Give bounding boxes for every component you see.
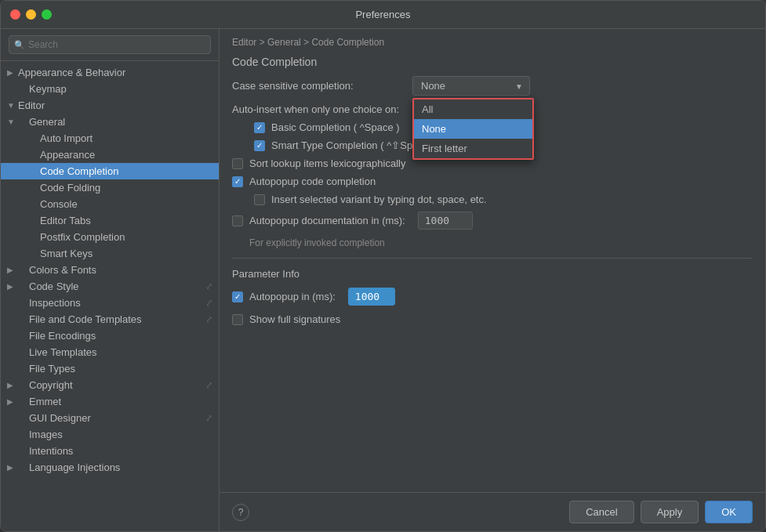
search-wrap: 🔍	[9, 35, 211, 54]
sidebar-item-label: General	[29, 116, 212, 128]
maximize-button[interactable]	[42, 9, 52, 20]
smart-type-checkbox[interactable]	[254, 140, 265, 151]
titlebar-buttons	[10, 9, 52, 20]
autopopup-doc-hint: For explicitly invoked completion	[249, 237, 753, 248]
sidebar-item-code-folding[interactable]: Code Folding	[1, 179, 219, 196]
autopopup-checkbox[interactable]	[232, 176, 243, 187]
sort-lookup-label: Sort lookup items lexicographically	[249, 157, 405, 169]
autopopup-doc-label: Autopopup documentation in (ms):	[249, 215, 405, 226]
ok-button[interactable]: OK	[705, 501, 753, 523]
apply-button[interactable]: Apply	[641, 501, 699, 523]
search-input[interactable]	[9, 35, 211, 54]
dropdown-value: None	[421, 80, 445, 92]
sidebar-item-auto-import[interactable]: Auto Import	[1, 130, 219, 147]
smart-type-label: Smart Type Completion ( ^⇧Space )	[271, 139, 435, 151]
autopopup-ms-input[interactable]	[348, 288, 395, 306]
search-icon: 🔍	[14, 40, 25, 50]
arrow-icon: ▶	[7, 282, 18, 291]
sidebar-item-label: Console	[40, 198, 212, 210]
sidebar-item-appearance[interactable]: Appearance	[1, 147, 219, 163]
sidebar-item-label: Emmet	[29, 396, 212, 407]
sidebar-item-file-code-templates[interactable]: File and Code Templates ⤤	[1, 311, 219, 328]
sidebar-item-label: GUI Designer	[29, 412, 205, 424]
sidebar-item-editor[interactable]: ▼ Editor	[1, 97, 219, 114]
sidebar-item-label: Smart Keys	[40, 248, 212, 259]
sidebar-item-code-style[interactable]: ▶ Code Style ⤤	[1, 278, 219, 295]
sidebar-item-gui-designer[interactable]: GUI Designer ⤤	[1, 410, 219, 426]
section-title: Code Completion	[220, 52, 765, 76]
sidebar-item-inspections[interactable]: Inspections ⤤	[1, 295, 219, 311]
cancel-button[interactable]: Cancel	[569, 501, 633, 523]
case-sensitive-label: Case sensitive completion:	[232, 80, 412, 92]
sidebar-item-console[interactable]: Console	[1, 196, 219, 212]
breadcrumb: Editor > General > Code Completion	[220, 29, 765, 52]
sidebar-item-label: File Types	[29, 363, 212, 375]
sidebar-item-appearance-behavior[interactable]: ▶ Appearance & Behavior	[1, 64, 219, 81]
external-icon: ⤤	[205, 413, 212, 423]
arrow-icon: ▼	[7, 101, 18, 110]
external-icon: ⤤	[205, 281, 212, 291]
arrow-icon: ▶	[7, 266, 18, 274]
sidebar-item-label: Live Templates	[29, 346, 212, 358]
sidebar-item-general[interactable]: ▼ General	[1, 114, 219, 130]
sidebar-item-label: File Encodings	[29, 330, 212, 342]
sidebar-item-label: Code Completion	[40, 165, 212, 177]
sidebar-item-intentions[interactable]: Intentions	[1, 443, 219, 459]
sidebar-item-label: Copyright	[29, 379, 205, 391]
sidebar-item-label: Inspections	[29, 297, 205, 309]
sidebar-item-language-injections[interactable]: ▶ Language Injections	[1, 459, 219, 476]
autopopup-ms-label: Autopopup in (ms):	[249, 291, 336, 302]
autopopup-label: Autopopup code completion	[249, 176, 376, 187]
sidebar-item-postfix-completion[interactable]: Postfix Completion	[1, 229, 219, 245]
section-divider	[232, 258, 753, 259]
minimize-button[interactable]	[26, 9, 36, 20]
bottom-left: ?	[232, 504, 249, 521]
sidebar-item-copyright[interactable]: ▶ Copyright ⤤	[1, 377, 219, 393]
case-sensitive-dropdown[interactable]: None ▼	[412, 76, 530, 96]
sidebar-item-emmet[interactable]: ▶ Emmet	[1, 393, 219, 410]
sidebar-item-label: Images	[29, 429, 212, 440]
show-signatures-label: Show full signatures	[249, 313, 340, 325]
autopopup-doc-input[interactable]	[418, 212, 473, 230]
insert-variant-label: Insert selected variant by typing dot, s…	[271, 194, 487, 205]
dropdown-option-all[interactable]: All	[414, 100, 532, 119]
insert-variant-row: Insert selected variant by typing dot, s…	[254, 194, 753, 205]
insert-variant-checkbox[interactable]	[254, 194, 265, 205]
autopopup-ms-row: Autopopup in (ms):	[232, 288, 753, 306]
sidebar-item-label: Postfix Completion	[40, 231, 212, 243]
arrow-icon: ▶	[7, 381, 18, 389]
dropdown-option-none[interactable]: None	[414, 119, 532, 139]
window-title: Preferences	[355, 9, 410, 20]
sidebar-item-editor-tabs[interactable]: Editor Tabs	[1, 212, 219, 229]
sidebar-item-keymap[interactable]: Keymap	[1, 81, 219, 97]
sidebar-item-file-encodings[interactable]: File Encodings	[1, 328, 219, 344]
autopopup-ms-checkbox[interactable]	[232, 291, 243, 302]
sidebar-item-label: Auto Import	[40, 132, 212, 144]
close-button[interactable]	[10, 9, 20, 20]
sidebar-item-label: Intentions	[29, 445, 212, 457]
search-box: 🔍	[1, 29, 219, 61]
sidebar-item-code-completion[interactable]: Code Completion	[1, 163, 219, 179]
sort-lookup-checkbox[interactable]	[232, 158, 243, 169]
dropdown-option-first-letter[interactable]: First letter	[414, 139, 532, 158]
main-content: Case sensitive completion: None ▼ All No…	[220, 76, 765, 492]
sidebar-tree: ▶ Appearance & Behavior Keymap ▼ Editor …	[1, 61, 219, 531]
sidebar-item-live-templates[interactable]: Live Templates	[1, 344, 219, 360]
show-signatures-checkbox[interactable]	[232, 314, 243, 325]
sidebar-item-smart-keys[interactable]: Smart Keys	[1, 245, 219, 262]
help-button[interactable]: ?	[232, 504, 249, 521]
chevron-down-icon: ▼	[515, 81, 523, 90]
autopopup-doc-checkbox[interactable]	[232, 215, 243, 226]
external-icon: ⤤	[205, 314, 212, 324]
arrow-icon: ▼	[7, 118, 18, 126]
sidebar-item-label: Editor	[18, 100, 212, 111]
basic-completion-label: Basic Completion ( ^Space )	[271, 121, 400, 133]
sidebar-item-colors-fonts[interactable]: ▶ Colors & Fonts	[1, 262, 219, 278]
arrow-icon: ▶	[7, 463, 18, 472]
arrow-icon: ▶	[7, 397, 18, 406]
sidebar-item-label: Appearance & Behavior	[18, 67, 212, 78]
preferences-window: Preferences 🔍 ▶ Appearance & Behavior	[0, 0, 766, 532]
basic-completion-checkbox[interactable]	[254, 122, 265, 133]
sidebar-item-images[interactable]: Images	[1, 426, 219, 443]
sidebar-item-file-types[interactable]: File Types	[1, 360, 219, 377]
